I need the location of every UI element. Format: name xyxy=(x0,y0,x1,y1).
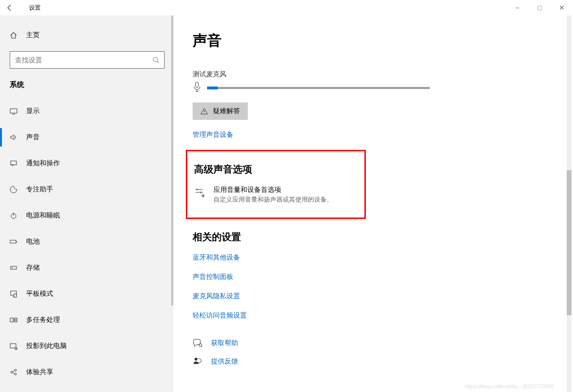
sidebar-item-label: 投影到此电脑 xyxy=(26,342,67,350)
sidebar-item-label: 多任务处理 xyxy=(26,316,60,324)
multitask-icon xyxy=(10,316,17,324)
manage-devices-link[interactable]: 管理声音设备 xyxy=(193,131,554,139)
focus-icon xyxy=(10,186,17,193)
window-controls: − □ ✕ xyxy=(506,0,573,15)
maximize-icon: □ xyxy=(538,4,542,12)
arrow-left-icon xyxy=(6,4,14,12)
sidebar-item-notifications[interactable]: 通知和操作 xyxy=(0,150,173,176)
link-ease-audio[interactable]: 轻松访问音频设置 xyxy=(193,311,554,320)
help-icon xyxy=(193,338,202,348)
maximize-button[interactable]: □ xyxy=(528,0,551,15)
related-links: 蓝牙和其他设备 声音控制面板 麦克风隐私设置 轻松访问音频设置 xyxy=(193,253,554,320)
advanced-section-title: 高级声音选项 xyxy=(194,163,355,176)
sidebar-item-battery[interactable]: 电池 xyxy=(0,229,173,255)
content-scrollbar-thumb[interactable] xyxy=(567,170,572,315)
home-nav[interactable]: 主页 xyxy=(10,25,164,45)
microphone-icon xyxy=(193,82,201,94)
get-help-row[interactable]: 获取帮助 xyxy=(193,338,554,348)
search-icon xyxy=(152,57,159,63)
link-sound-control-panel[interactable]: 声音控制面板 xyxy=(193,273,554,281)
share-icon xyxy=(10,368,17,376)
mic-level-bar xyxy=(207,87,430,89)
warning-icon xyxy=(200,107,208,115)
close-button[interactable]: ✕ xyxy=(551,0,573,15)
power-icon xyxy=(10,212,17,219)
close-icon: ✕ xyxy=(559,4,565,12)
sidebar-item-multitask[interactable]: 多任务处理 xyxy=(0,307,173,333)
svg-rect-10 xyxy=(10,318,13,322)
sound-icon xyxy=(10,133,17,141)
svg-rect-12 xyxy=(14,320,17,322)
back-button[interactable] xyxy=(0,0,19,15)
sidebar-item-focus[interactable]: 专注助手 xyxy=(0,176,173,203)
svg-rect-4 xyxy=(10,240,16,243)
watermark: https://blog.csdn.net/q…@51CTO926 xyxy=(465,383,554,389)
sidebar-item-label: 平板模式 xyxy=(26,290,53,298)
mic-test-row xyxy=(193,82,554,94)
svg-rect-1 xyxy=(10,109,17,113)
svg-point-16 xyxy=(15,373,16,375)
mic-level-fill xyxy=(207,87,218,89)
search-input[interactable] xyxy=(15,56,152,64)
content-area: 声音 设备属性 测试麦克风 疑难解答 管理声音设备 高级声音选项 应用音量和设 xyxy=(173,15,573,392)
sidebar-item-storage[interactable]: 存储 xyxy=(0,255,173,281)
sidebar-item-label: 体验共享 xyxy=(26,368,53,377)
svg-rect-5 xyxy=(16,241,17,242)
troubleshoot-label: 疑难解答 xyxy=(213,107,240,116)
get-help-link[interactable]: 获取帮助 xyxy=(211,339,238,348)
svg-point-14 xyxy=(11,371,13,373)
sidebar-item-label: 显示 xyxy=(26,107,40,116)
svg-point-0 xyxy=(153,58,158,62)
mixer-icon xyxy=(194,187,206,200)
storage-icon xyxy=(10,264,17,272)
sidebar-item-display[interactable]: 显示 xyxy=(0,98,173,124)
search-box[interactable] xyxy=(10,51,165,69)
troubleshoot-button[interactable]: 疑难解答 xyxy=(193,102,248,120)
advanced-section-highlighted: 高级声音选项 应用音量和设备首选项 自定义应用音量和扬声器或其使用的设备。 xyxy=(186,150,366,219)
main-container: 主页 系统 显示 声音 通知和操作 专注助手 电源和睡眠 xyxy=(0,15,573,392)
sidebar-item-project[interactable]: 投影到此电脑 xyxy=(0,333,173,359)
svg-rect-17 xyxy=(196,82,198,87)
svg-rect-6 xyxy=(11,266,16,269)
project-icon xyxy=(10,342,17,350)
home-label: 主页 xyxy=(26,31,40,40)
sidebar-item-power[interactable]: 电源和睡眠 xyxy=(0,203,173,229)
feedback-row[interactable]: 提供反馈 xyxy=(193,357,554,366)
sidebar-item-share[interactable]: 体验共享 xyxy=(0,359,173,385)
sidebar-item-label: 通知和操作 xyxy=(26,159,60,168)
minimize-button[interactable]: − xyxy=(506,0,528,15)
minimize-icon: − xyxy=(515,4,519,12)
feedback-icon xyxy=(193,357,202,366)
svg-point-7 xyxy=(12,267,13,268)
sidebar-item-label: 电池 xyxy=(26,237,40,246)
related-section-title: 相关的设置 xyxy=(193,231,554,244)
notifications-icon xyxy=(10,160,17,167)
svg-rect-11 xyxy=(14,318,17,319)
truncated-link[interactable]: 设备属性 xyxy=(193,53,554,61)
svg-rect-9 xyxy=(14,294,16,297)
sidebar-item-label: 声音 xyxy=(26,133,40,142)
battery-icon xyxy=(10,238,17,246)
feedback-link[interactable]: 提供反馈 xyxy=(211,357,238,366)
svg-rect-2 xyxy=(11,161,16,165)
tablet-icon xyxy=(10,290,17,298)
sidebar: 主页 系统 显示 声音 通知和操作 专注助手 电源和睡眠 xyxy=(0,15,173,392)
link-mic-privacy[interactable]: 麦克风隐私设置 xyxy=(193,292,554,301)
page-title: 声音 xyxy=(193,31,554,51)
sidebar-item-tablet[interactable]: 平板模式 xyxy=(0,281,173,307)
sidebar-item-sound[interactable]: 声音 xyxy=(0,124,173,150)
app-volume-preferences[interactable]: 应用音量和设备首选项 自定义应用音量和扬声器或其使用的设备。 xyxy=(194,186,355,204)
pref-title: 应用音量和设备首选项 xyxy=(213,186,333,194)
pref-desc: 自定义应用音量和扬声器或其使用的设备。 xyxy=(213,195,333,204)
content-scrollbar-track[interactable] xyxy=(567,15,572,392)
category-header: 系统 xyxy=(10,80,164,89)
sidebar-item-label: 电源和睡眠 xyxy=(26,211,60,220)
sidebar-item-label: 存储 xyxy=(26,263,40,272)
link-bluetooth[interactable]: 蓝牙和其他设备 xyxy=(193,253,554,262)
window-title: 设置 xyxy=(19,4,41,12)
svg-point-19 xyxy=(195,358,197,361)
svg-point-15 xyxy=(15,369,16,371)
sidebar-item-label: 专注助手 xyxy=(26,185,53,194)
mic-test-label: 测试麦克风 xyxy=(193,70,554,79)
display-icon xyxy=(10,107,17,115)
